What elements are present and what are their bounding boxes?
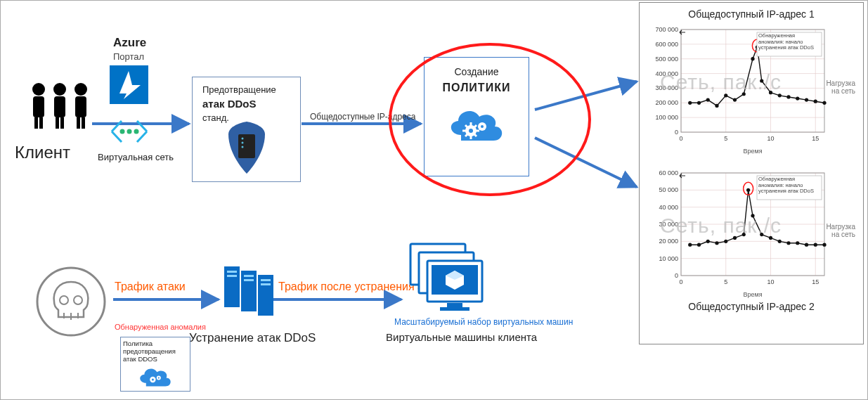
- svg-point-14: [75, 83, 87, 96]
- charts-panel: Общедоступный IP-адрес 1 0100 000200 000…: [639, 2, 864, 344]
- svg-text:700 000: 700 000: [655, 26, 678, 33]
- svg-text:Сеть, пак./с: Сеть, пак./с: [660, 214, 782, 237]
- svg-point-142: [786, 241, 790, 245]
- svg-point-96: [786, 95, 790, 98]
- svg-rect-48: [261, 283, 271, 285]
- diagram-canvas: Клиент Azure Портал Виртуальная сеть Пре…: [0, 0, 868, 400]
- svg-point-85: [697, 101, 701, 105]
- clients-icon: [27, 81, 92, 134]
- cloud-gears-icon-small: [123, 363, 188, 394]
- svg-point-51: [152, 379, 154, 381]
- highlight-circle: [389, 43, 591, 196]
- svg-rect-45: [244, 275, 254, 277]
- svg-text:200 000: 200 000: [655, 99, 678, 106]
- svg-rect-58: [440, 307, 469, 311]
- ddos-box-line1: Предотвращение: [202, 84, 290, 95]
- svg-point-132: [706, 240, 710, 243]
- vmss-icon: [405, 238, 489, 318]
- azure-label: Azure: [113, 36, 146, 50]
- svg-point-35: [60, 296, 68, 304]
- chart1-title: Общедоступный IP-адрес 1: [642, 8, 860, 20]
- svg-rect-43: [227, 271, 237, 273]
- svg-point-19: [120, 129, 125, 134]
- svg-point-131: [697, 243, 701, 247]
- svg-text:0: 0: [675, 129, 678, 136]
- svg-point-100: [822, 101, 826, 105]
- svg-point-6: [32, 83, 45, 96]
- shield-server-icon: [202, 119, 290, 179]
- anomaly-detected-label: Обнаруженная аномалия: [115, 323, 206, 331]
- svg-point-95: [778, 93, 782, 97]
- svg-point-36: [74, 296, 82, 304]
- svg-point-10: [53, 83, 66, 96]
- svg-point-145: [814, 243, 817, 247]
- attacker-icon: [36, 266, 106, 339]
- svg-point-98: [805, 98, 808, 102]
- policy-small-box: Политика предотвращения атак DDOS: [120, 337, 190, 392]
- chart2-title: Общедоступный IP-адрес 2: [642, 301, 860, 312]
- svg-rect-11: [54, 96, 65, 117]
- svg-point-89: [733, 98, 737, 102]
- svg-rect-44: [227, 275, 237, 277]
- svg-text:600 000: 600 000: [655, 41, 678, 48]
- svg-rect-47: [261, 279, 271, 281]
- svg-text:Нагрузка: Нагрузка: [826, 223, 855, 231]
- svg-point-144: [805, 243, 808, 247]
- client-vms-label: Виртуальные машины клиента: [386, 331, 537, 343]
- svg-rect-57: [447, 303, 462, 307]
- portal-label: Портал: [113, 51, 144, 62]
- svg-point-88: [724, 93, 727, 97]
- svg-text:0: 0: [679, 278, 682, 285]
- client-label: Клиент: [15, 143, 70, 162]
- svg-rect-7: [33, 96, 44, 117]
- mitigation-title: Устранение атак DDoS: [189, 331, 316, 345]
- svg-point-87: [715, 104, 718, 108]
- svg-text:40 000: 40 000: [659, 204, 678, 211]
- svg-point-99: [814, 100, 817, 103]
- svg-point-24: [241, 142, 243, 144]
- svg-text:10: 10: [767, 135, 774, 142]
- azure-logo-icon: [110, 65, 148, 106]
- svg-point-134: [724, 240, 727, 243]
- svg-text:5: 5: [724, 135, 727, 142]
- svg-text:15: 15: [812, 278, 819, 285]
- svg-rect-9: [39, 117, 43, 129]
- svg-rect-22: [238, 134, 255, 158]
- svg-text:15: 15: [812, 135, 819, 142]
- vnet-icon: [106, 117, 153, 148]
- svg-text:10 000: 10 000: [659, 255, 678, 262]
- svg-text:Сеть, пак./с: Сеть, пак./с: [660, 70, 782, 93]
- svg-point-130: [688, 243, 692, 247]
- svg-rect-46: [244, 279, 254, 281]
- policy-small-caption: Политика предотвращения атак DDOS: [123, 340, 188, 363]
- svg-text:на сеть: на сеть: [831, 231, 855, 238]
- vnet-label: Виртуальная сеть: [98, 152, 174, 162]
- svg-point-23: [241, 138, 243, 140]
- svg-rect-17: [82, 117, 85, 129]
- svg-point-34: [37, 268, 105, 335]
- svg-point-91: [751, 57, 754, 60]
- svg-rect-8: [34, 117, 38, 129]
- svg-point-146: [822, 243, 826, 247]
- chart1: 0100 000200 000300 000400 000500 000600 …: [646, 22, 857, 156]
- svg-text:на сеть: на сеть: [831, 87, 855, 95]
- svg-text:Время: Время: [743, 291, 762, 298]
- vmss-caption: Масштабируемый набор виртуальных машин: [394, 317, 573, 327]
- svg-text:Время: Время: [743, 148, 762, 155]
- svg-rect-13: [60, 117, 64, 129]
- svg-point-141: [778, 240, 782, 243]
- svg-text:0: 0: [675, 272, 678, 279]
- svg-point-52: [158, 378, 160, 379]
- svg-point-86: [706, 98, 710, 102]
- svg-point-133: [715, 241, 718, 245]
- svg-text:50 000: 50 000: [659, 186, 678, 193]
- svg-rect-15: [75, 96, 86, 117]
- svg-text:60 000: 60 000: [659, 169, 678, 176]
- svg-point-25: [241, 146, 243, 148]
- svg-point-137: [746, 188, 750, 192]
- svg-text:Нагрузка: Нагрузка: [826, 79, 855, 87]
- svg-text:10: 10: [767, 278, 774, 285]
- svg-text:0: 0: [679, 135, 682, 142]
- attack-traffic-label: Трафик атаки: [115, 280, 186, 293]
- ddos-box-line2: атак DDoS: [202, 98, 290, 110]
